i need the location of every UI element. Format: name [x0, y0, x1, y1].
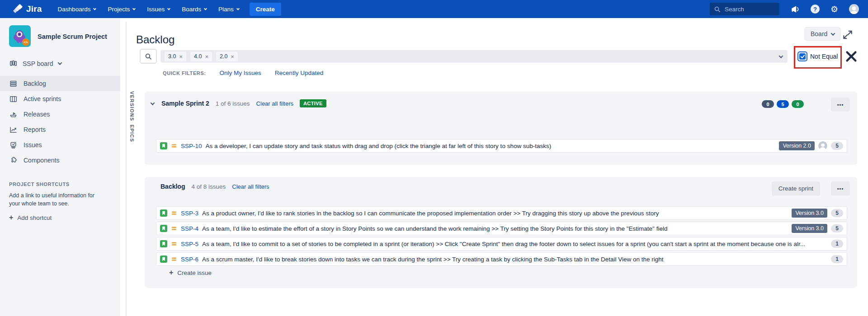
quick-filter-recently-updated[interactable]: Recently Updated	[275, 70, 323, 76]
clear-all-filters-link[interactable]: Clear all filters	[232, 183, 269, 190]
tab-versions[interactable]: VERSIONS	[129, 91, 135, 121]
issue-row-ssp-4[interactable]: SSP-4 As a team, I'd like to estimate th…	[156, 222, 847, 235]
assignee-avatar[interactable]	[818, 141, 827, 150]
estimate-badge[interactable]: 5	[831, 224, 843, 232]
issue-summary: As a product owner, I'd like to rank sto…	[202, 210, 788, 217]
project-header: <> Sample Scrum Project	[9, 25, 114, 49]
sidebar-item-issues[interactable]: Issues	[0, 137, 120, 153]
board-dropdown-button[interactable]: Board	[805, 27, 840, 41]
collapse-sprint-icon[interactable]	[151, 101, 155, 105]
issue-key-link[interactable]: SSP-5	[181, 241, 198, 247]
filter-chip[interactable]: 2.0 ×	[216, 52, 238, 61]
not-equal-checkbox-group[interactable]: Not Equal	[797, 51, 838, 61]
backlog-panel: Backlog 4 of 8 issues Clear all filters …	[145, 177, 857, 288]
expand-icon	[842, 29, 854, 41]
global-search[interactable]	[710, 3, 779, 15]
priority-medium-icon	[171, 210, 177, 216]
releases-icon	[9, 111, 17, 118]
backlog-header: Backlog 4 of 8 issues Clear all filters	[160, 183, 269, 190]
chevron-down-icon[interactable]	[779, 54, 783, 58]
estimate-badge[interactable]: 5	[831, 209, 843, 217]
issue-key-link[interactable]: SSP-10	[181, 143, 202, 149]
backlog-title: Backlog	[160, 183, 185, 190]
quick-filter-only-my-issues[interactable]: Only My Issues	[220, 70, 261, 76]
issue-key-link[interactable]: SSP-6	[181, 256, 198, 263]
create-issue-button[interactable]: + Create issue	[166, 269, 214, 277]
estimate-badge[interactable]: 5	[831, 142, 843, 150]
close-icon	[844, 50, 858, 63]
active-sprints-icon	[9, 95, 17, 103]
project-name: Sample Scrum Project	[38, 33, 107, 41]
board-switcher[interactable]: SSP board	[9, 60, 61, 67]
filter-chip[interactable]: 4.0 ×	[190, 52, 212, 61]
backlog-icon	[9, 80, 17, 88]
priority-medium-icon	[171, 225, 177, 232]
top-menu: Dashboards Projects Issues Boards Plans	[54, 3, 243, 15]
estimate-badge[interactable]: 1	[831, 255, 843, 263]
done-count-badge: 0	[792, 100, 804, 108]
chevron-down-icon	[58, 60, 62, 65]
issue-row-ssp-6[interactable]: SSP-6 As a scrum master, I'd like to bre…	[156, 252, 847, 266]
tab-epics[interactable]: EPICS	[129, 125, 135, 142]
issues-icon	[9, 141, 17, 149]
priority-medium-icon	[171, 241, 177, 247]
menu-projects[interactable]: Projects	[104, 3, 139, 15]
search-input[interactable]	[724, 5, 774, 13]
issue-key-link[interactable]: SSP-4	[181, 225, 198, 232]
sprint-more-actions-button[interactable]: •••	[831, 98, 850, 112]
menu-dashboards[interactable]: Dashboards	[54, 3, 100, 15]
remove-chip-icon[interactable]: ×	[205, 54, 208, 60]
quick-filters-row: QUICK FILTERS: Only My Issues Recently U…	[163, 70, 323, 76]
version-filter-field[interactable]: 3.0 × 4.0 × 2.0 ×	[160, 50, 788, 63]
menu-plans[interactable]: Plans	[214, 3, 243, 15]
remove-chip-icon[interactable]: ×	[231, 54, 234, 60]
version-badge[interactable]: Version 3.0	[792, 224, 827, 233]
jira-backlog-page: Jira Dashboards Projects Issues Boards P…	[0, 0, 868, 316]
priority-medium-icon	[171, 256, 177, 262]
sidebar-item-releases[interactable]: Releases	[0, 107, 120, 122]
issue-key-link[interactable]: SSP-3	[181, 210, 198, 217]
story-type-icon	[160, 142, 167, 149]
version-badge[interactable]: Version 3.0	[792, 209, 827, 218]
create-sprint-button[interactable]: Create sprint	[772, 181, 820, 195]
page-title: Backlog	[136, 33, 175, 46]
reports-icon	[9, 126, 17, 134]
menu-boards[interactable]: Boards	[178, 3, 211, 15]
sidebar-item-backlog[interactable]: Backlog	[0, 76, 120, 91]
version-badge[interactable]: Version 2.0	[779, 141, 815, 150]
inprogress-count-badge: 5	[777, 100, 789, 108]
issue-row-ssp-3[interactable]: SSP-3 As a product owner, I'd like to ra…	[156, 206, 847, 220]
sidebar-item-components[interactable]: Components	[0, 153, 120, 168]
sidebar-menu: Backlog Active sprints Releases	[0, 76, 120, 168]
remove-chip-icon[interactable]: ×	[179, 54, 183, 60]
estimate-badge[interactable]: 1	[831, 240, 843, 248]
help-icon[interactable]: ?	[811, 5, 820, 14]
jira-brand[interactable]: Jira	[13, 4, 42, 14]
gear-icon[interactable]: ⚙	[830, 5, 838, 14]
add-shortcut-button[interactable]: + Add shortcut	[9, 214, 52, 221]
check-icon	[800, 55, 805, 59]
board-icon	[9, 60, 17, 67]
jira-logo-icon	[13, 4, 23, 14]
backlog-more-actions-button[interactable]: •••	[831, 181, 850, 195]
create-button[interactable]: Create	[250, 3, 281, 16]
clear-all-filters-link[interactable]: Clear all filters	[256, 100, 293, 107]
filter-chip[interactable]: 3.0 ×	[165, 52, 186, 61]
sprint-header: Sample Sprint 2 1 of 6 issues Clear all …	[151, 99, 326, 107]
not-equal-checkbox[interactable]	[797, 51, 807, 61]
sidebar-item-active-sprints[interactable]: Active sprints	[0, 91, 120, 107]
user-avatar[interactable]	[849, 4, 859, 14]
chevron-down-icon	[167, 7, 170, 10]
close-filter-button[interactable]	[844, 50, 858, 65]
issue-row-ssp-5[interactable]: SSP-5 As a team, I'd like to commit to a…	[156, 237, 847, 251]
announcements-icon[interactable]	[790, 5, 800, 14]
chevron-down-icon	[236, 7, 240, 10]
sidebar-item-reports[interactable]: Reports	[0, 122, 120, 137]
fullscreen-toggle-button[interactable]	[841, 28, 854, 43]
story-type-icon	[160, 225, 167, 232]
menu-issues[interactable]: Issues	[143, 3, 174, 15]
issue-row-ssp-10[interactable]: SSP-10 As a developer, I can update stor…	[156, 139, 847, 153]
brand-name: Jira	[26, 4, 42, 14]
project-shortcuts-hint: Add a link to useful information for you…	[9, 192, 105, 208]
backlog-search-button[interactable]	[140, 49, 157, 64]
